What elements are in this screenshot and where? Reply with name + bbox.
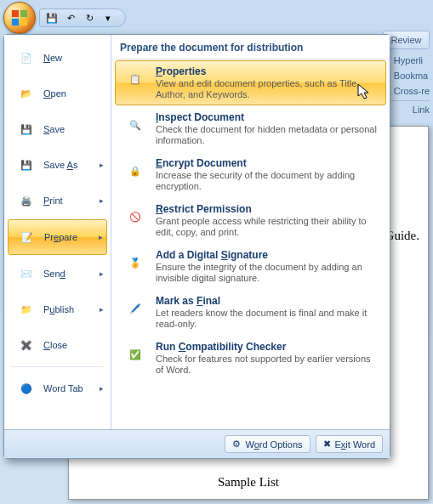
- prepare-final-desc: Let readers know the document is final a…: [156, 308, 379, 330]
- exit-word-button[interactable]: ✖Exit Word: [316, 435, 383, 453]
- qat-customize-button[interactable]: ▾: [100, 10, 117, 25]
- publish-icon: 📁: [16, 299, 37, 320]
- chevron-right-icon: ▸: [100, 269, 104, 278]
- prepare-encrypt-title: Encrypt Document: [156, 157, 379, 169]
- prepare-encrypt-desc: Increase the security of the document by…: [156, 170, 379, 192]
- chevron-right-icon: ▸: [99, 233, 103, 241]
- prepare-header: Prepare the document for distribution: [111, 35, 390, 59]
- menu-separator: [11, 366, 104, 367]
- menu-word-tab[interactable]: 🔵Word Tab▸: [8, 371, 107, 405]
- menu-save[interactable]: 💾Save: [8, 112, 107, 146]
- chevron-right-icon: ▸: [100, 384, 104, 393]
- office-button[interactable]: [3, 2, 36, 34]
- send-icon: ✉️: [16, 263, 37, 284]
- prepare-properties[interactable]: 📋 Properties View and edit document prop…: [115, 60, 386, 105]
- chevron-right-icon: ▸: [100, 305, 104, 314]
- prepare-signature-desc: Ensure the integrity of the document by …: [156, 262, 379, 284]
- prepare-inspect-title: Inspect Document: [156, 111, 379, 123]
- chevron-right-icon: ▸: [100, 161, 104, 169]
- print-icon: 🖨️: [16, 190, 37, 211]
- svg-rect-0: [12, 10, 19, 17]
- menu-prepare[interactable]: 📝Prepare▸: [8, 219, 107, 255]
- close-icon: ✖️: [16, 335, 37, 355]
- menu-send[interactable]: ✉️Send▸: [8, 257, 107, 291]
- properties-icon: 📋: [122, 65, 149, 93]
- prepare-compat-desc: Check for features not supported by earl…: [156, 354, 379, 376]
- prepare-list: 📋 Properties View and edit document prop…: [111, 59, 390, 429]
- prepare-restrict-desc: Grant people access while restricting th…: [156, 216, 379, 238]
- chevron-down-icon: ▾: [105, 13, 111, 24]
- office-menu: 📄New 📂Open 💾Save 💾Save As▸ 🖨️Print▸ 📝Pre…: [3, 34, 390, 459]
- svg-rect-2: [12, 19, 19, 25]
- qat-save-button[interactable]: 💾: [43, 10, 60, 25]
- redo-icon: ↻: [86, 13, 94, 24]
- inspect-icon: 🔍: [122, 111, 149, 139]
- prepare-inspect-desc: Check the document for hidden metadata o…: [156, 124, 379, 146]
- final-icon: 🖊️: [122, 295, 149, 322]
- prepare-final-title: Mark as Final: [156, 295, 379, 307]
- svg-rect-1: [20, 10, 27, 17]
- menu-close[interactable]: ✖️Close: [8, 328, 107, 362]
- menu-print[interactable]: 🖨️Print▸: [8, 184, 107, 218]
- prepare-compat[interactable]: ✅ Run Compatibility Checker Check for fe…: [115, 336, 386, 381]
- word-options-button[interactable]: ⚙Word Options: [225, 435, 310, 453]
- svg-rect-3: [20, 19, 27, 25]
- prepare-compat-title: Run Compatibility Checker: [156, 341, 379, 353]
- encrypt-icon: 🔒: [122, 157, 149, 184]
- options-icon: ⚙: [232, 439, 241, 450]
- open-icon: 📂: [16, 83, 37, 104]
- compat-icon: ✅: [122, 341, 149, 368]
- menu-right-column: Prepare the document for distribution 📋 …: [111, 35, 390, 429]
- tab-review-label: Review: [390, 35, 421, 45]
- menu-new[interactable]: 📄New: [8, 41, 107, 75]
- doc-sample-heading: Sample List: [86, 475, 411, 490]
- qat-undo-button[interactable]: ↶: [62, 10, 79, 25]
- new-icon: 📄: [16, 48, 37, 68]
- signature-icon: 🏅: [122, 249, 149, 276]
- prepare-signature[interactable]: 🏅 Add a Digital Signature Ensure the int…: [115, 244, 386, 289]
- prepare-inspect[interactable]: 🔍 Inspect Document Check the document fo…: [115, 106, 386, 151]
- prepare-restrict[interactable]: 🚫 Restrict Permission Grant people acces…: [115, 198, 386, 243]
- menu-left-column: 📄New 📂Open 💾Save 💾Save As▸ 🖨️Print▸ 📝Pre…: [4, 35, 111, 429]
- save-as-icon: 💾: [16, 155, 37, 175]
- word-icon: 🔵: [16, 378, 37, 399]
- exit-icon: ✖: [323, 439, 331, 450]
- menu-save-as[interactable]: 💾Save As▸: [8, 148, 107, 182]
- prepare-restrict-title: Restrict Permission: [156, 203, 379, 215]
- menu-open[interactable]: 📂Open: [8, 76, 107, 110]
- save-icon: 💾: [16, 119, 37, 139]
- undo-icon: ↶: [67, 13, 75, 24]
- qat-redo-button[interactable]: ↻: [81, 10, 98, 25]
- quick-access-toolbar: 💾 ↶ ↻ ▾: [39, 8, 126, 27]
- menu-publish[interactable]: 📁Publish▸: [8, 292, 107, 326]
- office-logo-icon: [10, 8, 29, 27]
- prepare-properties-desc: View and edit document properties, such …: [156, 78, 379, 100]
- prepare-properties-title: Properties: [156, 65, 379, 77]
- prepare-encrypt[interactable]: 🔒 Encrypt Document Increase the security…: [115, 152, 386, 197]
- prepare-final[interactable]: 🖊️ Mark as Final Let readers know the do…: [115, 290, 386, 335]
- save-icon: 💾: [46, 13, 58, 24]
- restrict-icon: 🚫: [122, 203, 149, 230]
- prepare-icon: 📝: [17, 227, 37, 247]
- prepare-signature-title: Add a Digital Signature: [156, 249, 379, 261]
- menu-footer: ⚙Word Options ✖Exit Word: [4, 429, 390, 458]
- chevron-right-icon: ▸: [100, 196, 104, 205]
